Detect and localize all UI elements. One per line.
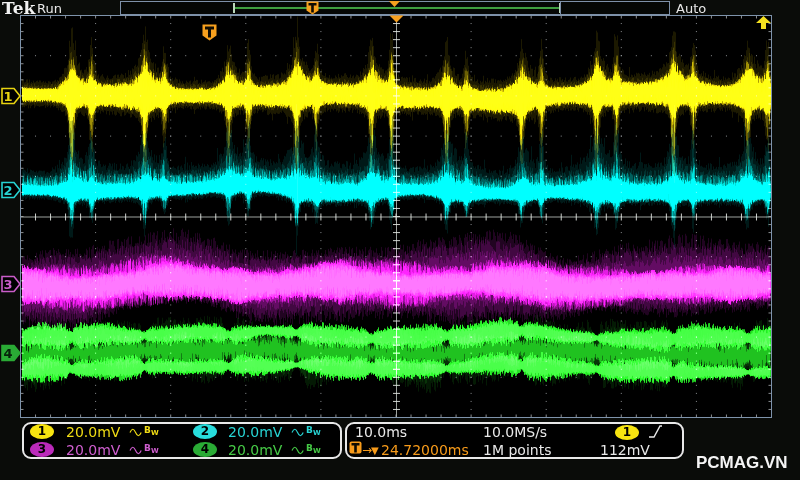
expansion-point-icon bbox=[389, 15, 404, 23]
ac-coupling-icon bbox=[291, 445, 305, 456]
bandwidth-limit-icon: BW bbox=[144, 426, 159, 438]
watermark: PCMAG.VN bbox=[696, 453, 788, 473]
channel-2-marker: 2 bbox=[1, 181, 21, 199]
trigger-delay-value: 24.72000ms bbox=[381, 443, 469, 457]
tek-logo: Tek bbox=[2, 0, 35, 18]
trigger-delay-t-icon bbox=[349, 441, 362, 455]
trigger-source-badge: 1 bbox=[615, 425, 639, 440]
channel-2-scale: 20.0mV bbox=[228, 425, 282, 439]
bandwidth-limit-icon: BW bbox=[306, 426, 321, 438]
channel-3-marker-label: 3 bbox=[3, 277, 12, 292]
rising-edge-icon bbox=[648, 424, 663, 439]
channel-3-badge: 3 bbox=[30, 442, 54, 457]
channel-2-indicators: BW bbox=[291, 426, 321, 438]
trigger-position-t-icon bbox=[202, 24, 217, 41]
message-box bbox=[560, 1, 670, 15]
ac-coupling-icon bbox=[129, 427, 143, 438]
bandwidth-limit-icon: BW bbox=[144, 444, 159, 456]
channel-4-indicators: BW bbox=[291, 444, 321, 456]
channel-1-marker-label: 1 bbox=[3, 89, 12, 104]
trigger-mode-status: Auto bbox=[676, 1, 706, 16]
oscilloscope-screen: Tek Run Auto 1 2 3 4 1 20.0mV bbox=[0, 0, 800, 480]
ac-coupling-icon bbox=[291, 427, 305, 438]
waveform-display bbox=[0, 0, 800, 480]
channel-3-marker: 3 bbox=[1, 275, 21, 293]
channel-4-scale: 20.0mV bbox=[228, 443, 282, 457]
timebase-scale: 10.0ms bbox=[355, 425, 407, 439]
record-expansion-triangle-icon bbox=[389, 1, 400, 7]
record-trigger-t-icon bbox=[306, 1, 319, 15]
record-window-left-bracket bbox=[233, 3, 235, 13]
channel-3-indicators: BW bbox=[129, 444, 159, 456]
channel-1-scale: 20.0mV bbox=[66, 425, 120, 439]
ac-coupling-icon bbox=[129, 445, 143, 456]
channel-4-marker-label: 4 bbox=[3, 346, 12, 361]
channel-2-badge: 2 bbox=[193, 424, 217, 439]
delay-triangle-icon: ▼ bbox=[371, 444, 379, 458]
record-window-line bbox=[234, 7, 561, 9]
sample-rate: 10.0MS/s bbox=[483, 425, 547, 439]
channel-1-badge: 1 bbox=[30, 424, 54, 439]
channel-3-scale: 20.0mV bbox=[66, 443, 120, 457]
channel-1-marker: 1 bbox=[1, 87, 21, 105]
acquisition-status: Run bbox=[37, 1, 62, 16]
bandwidth-limit-icon: BW bbox=[306, 444, 321, 456]
trigger-level-value: 112mV bbox=[600, 443, 650, 457]
record-length: 1M points bbox=[483, 443, 551, 457]
channel-4-marker: 4 bbox=[1, 344, 21, 362]
channel-2-marker-label: 2 bbox=[3, 183, 12, 198]
channel-1-indicators: BW bbox=[129, 426, 159, 438]
trigger-level-offscreen-arrow-icon bbox=[755, 16, 772, 29]
channel-4-badge: 4 bbox=[193, 442, 217, 457]
